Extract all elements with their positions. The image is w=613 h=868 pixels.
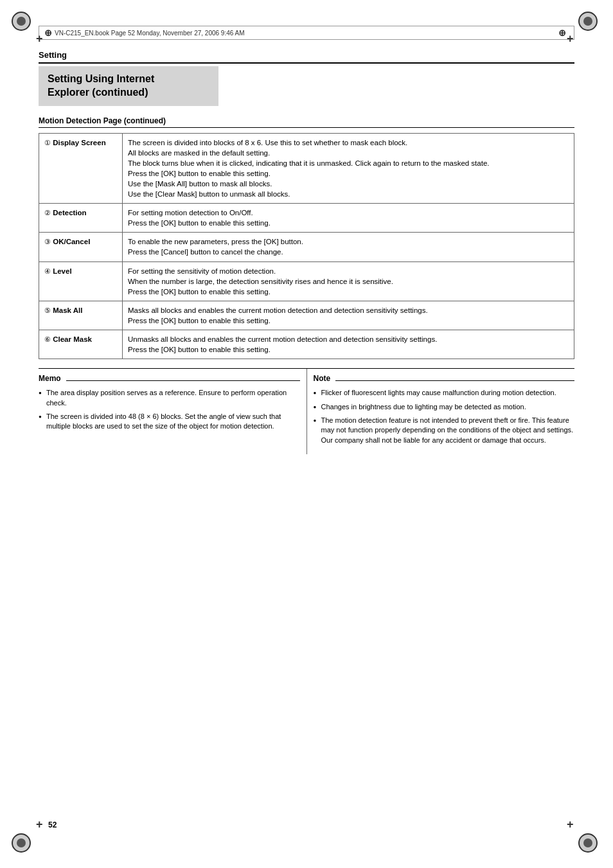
item-number: ③ bbox=[44, 238, 51, 245]
table-cell-label: ③ OK/Cancel bbox=[39, 233, 123, 261]
crosshair-tl bbox=[35, 35, 48, 48]
corner-decoration-tl bbox=[12, 12, 35, 35]
table-cell-label: ⑥ Clear Mask bbox=[39, 330, 123, 359]
item-label: Mask All bbox=[53, 306, 82, 314]
memo-item: The area display position serves as a re… bbox=[39, 388, 300, 408]
bottom-section: Memo The area display position serves as… bbox=[39, 368, 574, 454]
memo-list: The area display position serves as a re… bbox=[39, 388, 300, 432]
table-cell-description: Masks all blocks and enables the current… bbox=[123, 301, 574, 330]
table-cell-description: To enable the new parameters, press the … bbox=[123, 233, 574, 261]
note-title: Note bbox=[314, 374, 331, 383]
table-cell-label: ② Detection bbox=[39, 204, 123, 233]
title-box: Setting Using InternetExplorer (continue… bbox=[39, 66, 218, 106]
table-row: ③ OK/CancelTo enable the new parameters,… bbox=[39, 233, 574, 261]
note-title-line: Note bbox=[314, 374, 575, 387]
corner-decoration-tr bbox=[578, 12, 601, 35]
note-item: The motion detection feature is not inte… bbox=[314, 416, 575, 445]
table-cell-label: ① Display Screen bbox=[39, 133, 123, 204]
table-cell-description: Unmasks all blocks and enables the curre… bbox=[123, 330, 574, 359]
main-table: ① Display ScreenThe screen is divided in… bbox=[39, 133, 574, 360]
table-cell-label: ④ Level bbox=[39, 261, 123, 301]
note-column: Note Flicker of fluorescent lights may c… bbox=[307, 369, 575, 454]
file-header-bar: ⊕ VN-C215_EN.book Page 52 Monday, Novemb… bbox=[39, 26, 574, 40]
memo-item: The screen is divided into 48 (8 × 6) bl… bbox=[39, 412, 300, 432]
item-number: ② bbox=[44, 209, 51, 217]
note-item: Flicker of fluorescent lights may cause … bbox=[314, 388, 575, 398]
crosshair-tr bbox=[565, 35, 578, 48]
note-item: Changes in brightness due to lighting ma… bbox=[314, 402, 575, 412]
memo-title-line: Memo bbox=[39, 374, 300, 387]
corner-decoration-bl bbox=[12, 833, 35, 856]
item-label: Display Screen bbox=[53, 139, 105, 146]
table-row: ④ LevelFor setting the sensitivity of mo… bbox=[39, 261, 574, 301]
table-row: ① Display ScreenThe screen is divided in… bbox=[39, 133, 574, 204]
file-info-text: VN-C215_EN.book Page 52 Monday, November… bbox=[55, 30, 245, 37]
item-number: ① bbox=[44, 139, 51, 146]
item-number: ⑤ bbox=[44, 306, 51, 314]
table-row: ② DetectionFor setting motion detection … bbox=[39, 204, 574, 233]
table-row: ⑤ Mask AllMasks all blocks and enables t… bbox=[39, 301, 574, 330]
note-list: Flicker of fluorescent lights may cause … bbox=[314, 388, 575, 445]
item-label: Clear Mask bbox=[53, 335, 92, 343]
item-label: Level bbox=[53, 267, 71, 275]
table-cell-description: For setting motion detection to On/Off.P… bbox=[123, 204, 574, 233]
page-number: 52 bbox=[48, 820, 57, 829]
page-title: Setting Using InternetExplorer (continue… bbox=[48, 73, 209, 100]
corner-decoration-br bbox=[578, 833, 601, 856]
item-number: ⑥ bbox=[44, 335, 51, 343]
crosshair-br bbox=[565, 820, 578, 833]
table-cell-label: ⑤ Mask All bbox=[39, 301, 123, 330]
memo-title: Memo bbox=[39, 374, 61, 383]
page-container: ⊕ VN-C215_EN.book Page 52 Monday, Novemb… bbox=[0, 0, 613, 868]
table-cell-description: The screen is divided into blocks of 8 x… bbox=[123, 133, 574, 204]
item-number: ④ bbox=[44, 267, 51, 275]
item-label: Detection bbox=[53, 209, 86, 217]
item-label: OK/Cancel bbox=[53, 238, 90, 245]
memo-column: Memo The area display position serves as… bbox=[39, 369, 307, 454]
sub-heading: Motion Detection Page (continued) bbox=[39, 116, 574, 128]
section-heading: Setting bbox=[39, 50, 574, 64]
crosshair-bl bbox=[35, 820, 48, 833]
table-row: ⑥ Clear MaskUnmasks all blocks and enabl… bbox=[39, 330, 574, 359]
table-cell-description: For setting the sensitivity of motion de… bbox=[123, 261, 574, 301]
